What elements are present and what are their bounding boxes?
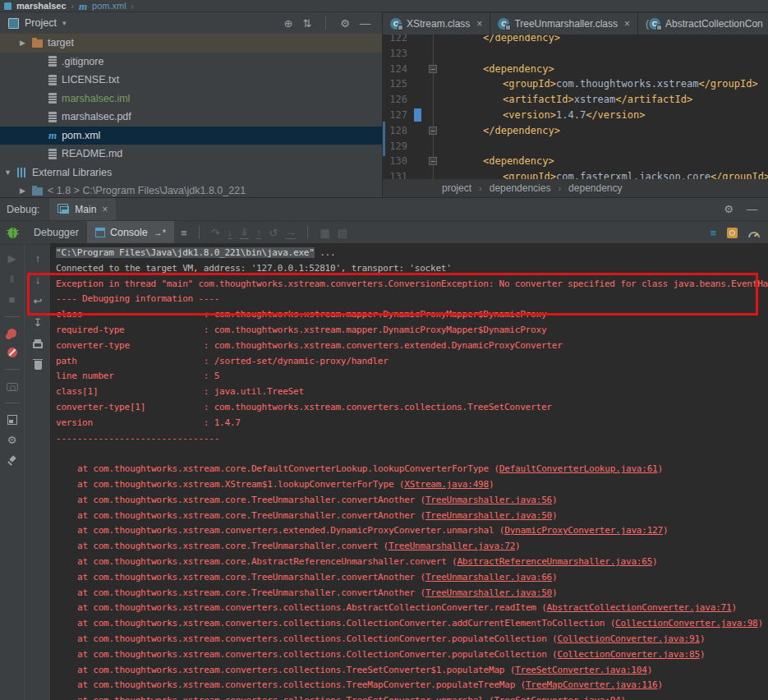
breadcrumb-item[interactable]: dependencies <box>490 182 551 194</box>
locate-icon[interactable]: ⊕ <box>284 18 293 29</box>
tree-item[interactable]: LICENSE.txt <box>0 71 382 90</box>
code-line: 126<artifactId>xstream</artifactId> <box>383 92 768 108</box>
layout-menu-icon[interactable]: ≡ <box>181 228 187 238</box>
tree-item[interactable]: ▶< 1.8 > C:\Program Files\Java\jdk1.8.0_… <box>0 182 382 197</box>
debug-actions-strip: ▶‖■⚙ <box>0 243 25 700</box>
up-the-stack-trace-icon[interactable]: ↑ <box>35 253 41 264</box>
thread-dump-icon[interactable] <box>7 383 18 391</box>
editor-code-area[interactable]: 122</dependency>123124−<dependency>125<g… <box>383 30 768 179</box>
stack-frame-line: at com.thoughtworks.xstream.converters.c… <box>56 663 768 679</box>
stack-frame-link[interactable]: CollectionConverter.java:91 <box>557 633 699 644</box>
trace-settings-icon[interactable]: ▤ <box>338 228 347 238</box>
stack-frame-line: at com.thoughtworks.xstream.core.TreeUnm… <box>56 509 768 524</box>
stack-frame-link[interactable]: TreeUnmarshaller.java:50 <box>425 587 552 598</box>
settings-icon[interactable]: ⚙ <box>724 204 734 214</box>
stack-frame-link[interactable]: TreeSetConverter.java:94 <box>494 695 620 700</box>
tree-item[interactable]: .gitignore <box>0 53 382 71</box>
settings-icon[interactable]: ⚙ <box>340 18 350 29</box>
file-icon <box>48 112 57 122</box>
mute-breakpoints-icon[interactable] <box>7 348 17 357</box>
resume-icon[interactable]: ▶ <box>8 253 16 264</box>
breadcrumb-project[interactable]: marshalsec <box>16 1 67 11</box>
soft-wrap-icon[interactable]: ↩ <box>34 296 43 306</box>
pin-icon[interactable] <box>7 455 17 466</box>
tree-item[interactable]: ▶target <box>0 34 382 53</box>
tree-item[interactable]: mpom.xml <box>0 127 382 145</box>
collapse-all-icon[interactable]: ⇅ <box>302 18 311 29</box>
wrap-lines-icon[interactable]: ≡ <box>710 228 716 238</box>
clear-all-icon[interactable] <box>34 361 42 370</box>
performance-monitor-icon[interactable] <box>748 232 760 237</box>
force-step-into-icon[interactable]: ⇓ <box>240 227 249 239</box>
down-the-stack-trace-icon[interactable]: ↓ <box>35 274 41 285</box>
debug-info-line: converter-type : com.thoughtworks.xstrea… <box>56 338 768 354</box>
run-to-cursor-icon[interactable]: → <box>285 227 296 239</box>
chevron-right-icon[interactable]: ▶ <box>18 187 27 195</box>
session-tab-label: Main <box>75 204 96 215</box>
restore-layout-icon[interactable] <box>7 415 17 425</box>
chevron-right-icon[interactable]: ▶ <box>18 39 27 47</box>
stack-frame-link[interactable]: AbstractCollectionConverter.java:71 <box>547 602 732 613</box>
breadcrumb-file[interactable]: pom.xml <box>92 1 126 11</box>
tree-item-label: External Libraries <box>32 167 112 178</box>
separator <box>5 369 20 370</box>
stack-frame-link[interactable]: TreeUnmarshaller.java:56 <box>425 495 552 505</box>
stack-frame-link[interactable]: TreeUnmarshaller.java:66 <box>425 572 552 583</box>
fold-icon[interactable]: − <box>429 157 437 165</box>
project-panel-title[interactable]: Project <box>25 17 57 29</box>
debug-session-tab[interactable]: Main × <box>49 198 116 220</box>
fold-icon[interactable]: − <box>429 127 437 135</box>
hide-panel-icon[interactable]: — <box>747 204 757 214</box>
step-into-icon[interactable]: ↓ <box>228 227 233 239</box>
breadcrumb-item[interactable]: project <box>442 182 471 194</box>
editor-tab-label: AbstractCollectionCon <box>665 18 763 30</box>
line-number: 124 <box>383 62 407 77</box>
editor-tab[interactable]: CXStream.class× <box>383 13 490 35</box>
tree-item[interactable]: marshalsec.pdf <box>0 108 382 127</box>
stack-frame-link[interactable]: XStream.java:498 <box>404 479 489 490</box>
print-icon[interactable] <box>33 342 43 348</box>
console-output[interactable]: "C:\Program Files\Java\jdk1.8.0_221\bin\… <box>50 243 768 700</box>
step-over-icon[interactable]: ↷ <box>211 228 220 238</box>
tree-item[interactable]: README.md <box>0 145 382 163</box>
close-icon[interactable]: × <box>476 18 482 30</box>
tree-item[interactable]: ▼External Libraries <box>0 163 382 182</box>
drop-frame-icon[interactable]: ↺ <box>269 228 278 238</box>
stack-frame-line: at com.thoughtworks.xstream.core.TreeUnm… <box>56 539 768 555</box>
stack-frame-line: at com.thoughtworks.xstream.core.Default… <box>56 462 768 477</box>
fold-icon[interactable]: − <box>429 65 437 73</box>
hide-panel-icon[interactable]: — <box>360 18 370 29</box>
stack-frame-link[interactable]: DynamicProxyConverter.java:127 <box>504 525 663 536</box>
stop-icon[interactable]: ■ <box>9 294 16 305</box>
stack-frame-link[interactable]: CollectionConverter.java:85 <box>557 649 699 660</box>
stack-frame-link[interactable]: TreeSetConverter.java:104 <box>515 665 647 675</box>
chevron-down-icon[interactable]: ▼ <box>3 168 12 177</box>
editor-tab-label: TreeUnmarshaller.class <box>514 18 618 30</box>
stack-frame-link[interactable]: TreeUnmarshaller.java:72 <box>389 541 515 551</box>
debug-info-line: class[1] : java.util.TreeSet <box>56 385 768 400</box>
scroll-to-end-icon[interactable]: ↧ <box>34 317 43 328</box>
close-icon[interactable]: × <box>102 204 108 215</box>
search-output-icon[interactable] <box>727 228 738 238</box>
chevron-down-icon[interactable]: ▾ <box>62 20 67 27</box>
close-icon[interactable]: × <box>624 18 630 30</box>
ide-window: marshalsec › m pom.xml › Project ▾ ⊕⇅⚙— … <box>0 0 768 700</box>
editor-tab-label: XStream.class <box>407 18 470 30</box>
stack-frame-link[interactable]: TreeMapConverter.java:116 <box>526 679 658 690</box>
pause-icon[interactable]: ‖ <box>10 274 14 284</box>
view-breakpoints-icon[interactable] <box>7 329 16 338</box>
evaluate-expression-icon[interactable]: ▦ <box>320 228 329 238</box>
stack-frame-link[interactable]: TreeUnmarshaller.java:50 <box>425 510 552 521</box>
stack-frame-link[interactable]: CollectionConverter.java:98 <box>615 618 757 629</box>
tab-debugger[interactable]: Debugger <box>25 221 87 244</box>
stack-frame-link[interactable]: AbstractReferenceUnmarshaller.java:65 <box>457 556 652 567</box>
stack-frame-link[interactable]: DefaultConverterLookup.java:61 <box>499 463 658 474</box>
editor-tab[interactable]: CTreeUnmarshaller.class× <box>490 13 638 35</box>
tree-item[interactable]: marshalsec.iml <box>0 90 382 108</box>
settings-icon[interactable]: ⚙ <box>7 435 17 445</box>
line-number: 125 <box>383 76 407 92</box>
editor-tab[interactable]: (CAbstractCollectionCon <box>638 13 768 35</box>
breadcrumb-item[interactable]: dependency <box>568 182 622 194</box>
step-out-icon[interactable]: ↑ <box>256 227 262 239</box>
tab-console[interactable]: Console→* <box>87 221 174 244</box>
